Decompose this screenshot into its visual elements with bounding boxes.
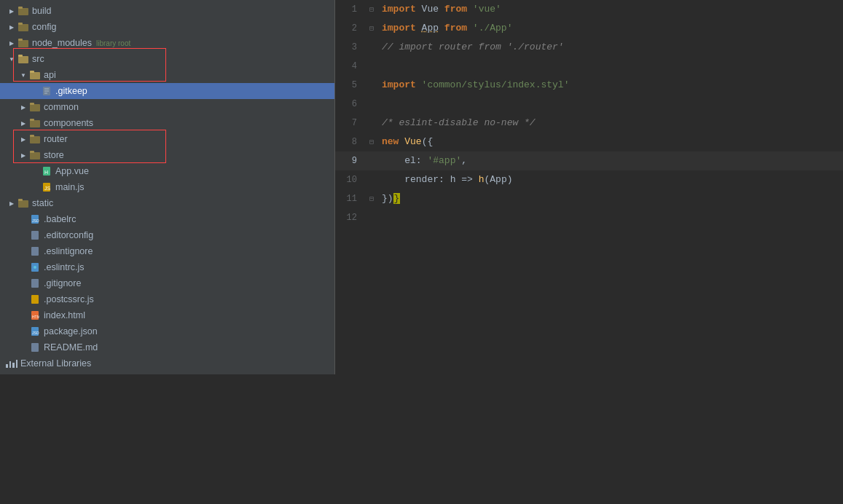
line-content: import 'common/stylus/index.styl' bbox=[379, 76, 569, 95]
expand-arrow[interactable] bbox=[6, 21, 17, 33]
file-js-icon: JS bbox=[41, 181, 52, 193]
sidebar-item-config[interactable]: config bbox=[0, 19, 334, 35]
sidebar-item-gitkeep[interactable]: .gitkeep bbox=[0, 83, 334, 99]
fold-gutter[interactable]: ⊟ bbox=[364, 5, 379, 14]
file-text-icon bbox=[29, 229, 41, 241]
svg-rect-1 bbox=[18, 7, 23, 9]
sidebar-item-label: store bbox=[44, 150, 334, 160]
code-editor: 1 ⊟ import Vue from 'vue' 2 ⊟ import App… bbox=[335, 0, 843, 504]
fold-icon[interactable]: ⊟ bbox=[369, 5, 374, 14]
file-text-icon bbox=[41, 85, 52, 97]
code-line-12: 12 bbox=[335, 208, 843, 227]
svg-rect-9 bbox=[30, 71, 34, 73]
code-line-10: 10 render: h => h(App) bbox=[335, 170, 843, 189]
svg-rect-7 bbox=[18, 55, 23, 57]
sidebar-item-label: .eslintrc.js bbox=[44, 262, 334, 272]
sidebar-item-label: .babelrc bbox=[44, 214, 334, 224]
sidebar-item-label: .editorconfig bbox=[44, 230, 334, 240]
line-content: new Vue({ bbox=[379, 133, 433, 151]
sidebar-item-babelrc[interactable]: JSON .babelrc bbox=[0, 211, 334, 227]
expand-arrow[interactable] bbox=[17, 133, 29, 145]
sidebar-item-label: config bbox=[32, 22, 334, 32]
sidebar-item-postcssrc[interactable]: .postcssrc.js bbox=[0, 291, 334, 307]
code-line-6: 6 bbox=[335, 95, 843, 114]
code-content: 1 ⊟ import Vue from 'vue' 2 ⊟ import App… bbox=[335, 0, 843, 227]
file-json-icon: JSON bbox=[29, 326, 41, 337]
sidebar-item-router[interactable]: router bbox=[0, 131, 334, 147]
file-text-icon bbox=[29, 277, 41, 289]
sidebar-item-common[interactable]: common bbox=[0, 99, 334, 115]
file-js-blue-icon bbox=[29, 261, 41, 273]
line-number: 3 bbox=[335, 42, 364, 52]
sidebar-item-label: node_moduleslibrary root bbox=[32, 38, 334, 48]
sidebar-item-label: api bbox=[44, 70, 334, 80]
folder-icon bbox=[29, 133, 41, 145]
svg-rect-21 bbox=[30, 151, 34, 153]
expand-arrow[interactable] bbox=[17, 149, 29, 161]
external-libraries-label: External Libraries bbox=[20, 358, 91, 369]
file-js-icon bbox=[29, 294, 41, 305]
sidebar-item-label: common bbox=[44, 102, 334, 112]
code-line-4: 4 bbox=[335, 57, 843, 76]
svg-rect-16 bbox=[30, 120, 40, 127]
sidebar-item-label: package.json bbox=[44, 326, 334, 336]
file-vue-icon: H bbox=[41, 165, 52, 177]
bar-chart-icon bbox=[6, 359, 17, 368]
svg-rect-34 bbox=[31, 279, 39, 288]
svg-rect-40 bbox=[31, 343, 39, 352]
fold-icon[interactable]: ⊟ bbox=[369, 24, 374, 33]
fold-icon[interactable]: ⊟ bbox=[369, 194, 374, 203]
code-line-8: 8 ⊟ new Vue({ bbox=[335, 133, 843, 151]
sidebar-item-store[interactable]: store bbox=[0, 147, 334, 163]
svg-text:HTML: HTML bbox=[32, 315, 39, 319]
sidebar-item-eslintignore[interactable]: .eslintignore bbox=[0, 243, 334, 259]
external-libraries[interactable]: External Libraries bbox=[0, 355, 334, 371]
file-text-icon bbox=[29, 245, 41, 257]
file-md-icon bbox=[29, 342, 41, 353]
expand-arrow[interactable] bbox=[17, 117, 29, 129]
folder-icon bbox=[17, 37, 29, 49]
sidebar-item-readme[interactable]: README.md bbox=[0, 339, 334, 355]
sidebar-item-label: .postcssrc.js bbox=[44, 294, 334, 304]
expand-arrow[interactable] bbox=[17, 69, 29, 81]
sidebar-item-gitignore[interactable]: .gitignore bbox=[0, 275, 334, 291]
expand-arrow[interactable] bbox=[6, 37, 17, 49]
svg-point-33 bbox=[34, 266, 36, 269]
svg-rect-19 bbox=[30, 135, 34, 137]
folder-icon bbox=[17, 197, 29, 209]
line-number: 7 bbox=[335, 118, 364, 128]
expand-arrow[interactable] bbox=[6, 53, 17, 65]
code-line-2: 2 ⊟ import App from './App' bbox=[335, 19, 843, 38]
line-number: 8 bbox=[335, 137, 364, 147]
sidebar-item-mainjs[interactable]: JS main.js bbox=[0, 179, 334, 195]
sidebar-item-label: main.js bbox=[55, 182, 334, 192]
sidebar-item-eslintrc[interactable]: .eslintrc.js bbox=[0, 259, 334, 275]
line-number: 5 bbox=[335, 80, 364, 90]
sidebar-item-label: App.vue bbox=[55, 166, 334, 176]
sidebar-item-label: static bbox=[32, 198, 334, 208]
sidebar-item-src[interactable]: src bbox=[0, 51, 334, 67]
sidebar-item-node-modules[interactable]: node_moduleslibrary root bbox=[0, 35, 334, 51]
fold-gutter[interactable]: ⊟ bbox=[364, 24, 379, 33]
fold-gutter[interactable]: ⊟ bbox=[364, 138, 379, 146]
sidebar-item-indexhtml[interactable]: HTML index.html bbox=[0, 307, 334, 323]
sidebar-item-label: .gitkeep bbox=[55, 86, 334, 96]
sidebar-item-appvue[interactable]: H App.vue bbox=[0, 163, 334, 179]
sidebar-item-static[interactable]: static bbox=[0, 195, 334, 211]
expand-arrow[interactable] bbox=[6, 5, 17, 17]
line-content: el: '#app', bbox=[379, 151, 467, 170]
sidebar-item-label: index.html bbox=[44, 310, 334, 320]
sidebar-item-api[interactable]: api bbox=[0, 67, 334, 83]
sidebar-item-components[interactable]: components bbox=[0, 115, 334, 131]
line-content: /* eslint-disable no-new */ bbox=[379, 114, 536, 133]
fold-gutter[interactable]: ⊟ bbox=[364, 194, 379, 203]
expand-arrow[interactable] bbox=[6, 197, 17, 209]
code-line-11: 11 ⊟ })} bbox=[335, 189, 843, 208]
sidebar-item-editorconfig[interactable]: .editorconfig bbox=[0, 227, 334, 243]
sidebar-item-packagejson[interactable]: JSON package.json bbox=[0, 323, 334, 339]
sidebar-item-label: src bbox=[32, 54, 334, 64]
expand-arrow[interactable] bbox=[17, 101, 29, 113]
file-tree[interactable]: build config node_mo bbox=[0, 0, 335, 374]
sidebar-item-build[interactable]: build bbox=[0, 3, 334, 19]
fold-icon[interactable]: ⊟ bbox=[369, 138, 374, 146]
